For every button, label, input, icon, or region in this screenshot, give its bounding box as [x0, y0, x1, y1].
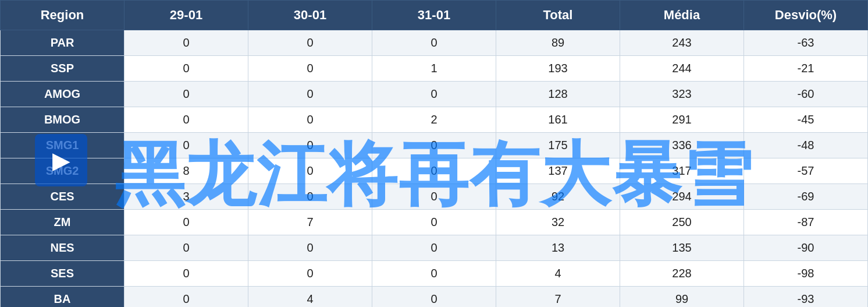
cell-value: 0: [248, 107, 372, 133]
cell-value: 3: [124, 184, 248, 210]
cell-value: 161: [496, 107, 620, 133]
cell-value: 294: [620, 184, 744, 210]
table-row: BA040799-93: [1, 287, 868, 308]
table-row: ZM07032250-87: [1, 210, 868, 235]
cell-value: 0: [372, 184, 496, 210]
cell-region: SES: [1, 261, 124, 287]
table-row: SMG2800137317-57: [1, 158, 868, 184]
cell-value: 0: [124, 30, 248, 56]
cell-region: SMG2: [1, 158, 124, 184]
cell-value: -57: [744, 158, 868, 184]
cell-value: 0: [248, 30, 372, 56]
table-row: PAR00089243-63: [1, 30, 868, 56]
cell-region: SSP: [1, 56, 124, 82]
cell-value: 291: [620, 107, 744, 133]
cell-value: 0: [124, 133, 248, 158]
col-header-region: Region: [1, 1, 124, 30]
cell-value: 228: [620, 261, 744, 287]
cell-value: 0: [372, 261, 496, 287]
cell-value: -45: [744, 107, 868, 133]
cell-value: -93: [744, 287, 868, 308]
cell-value: 13: [496, 235, 620, 261]
cell-region: NES: [1, 235, 124, 261]
cell-value: 128: [496, 82, 620, 107]
cell-value: 7: [496, 287, 620, 308]
cell-value: 0: [248, 235, 372, 261]
cell-value: 92: [496, 184, 620, 210]
cell-value: 8: [124, 158, 248, 184]
cell-value: 0: [124, 107, 248, 133]
cell-value: 250: [620, 210, 744, 235]
cell-value: 4: [248, 287, 372, 308]
cell-value: 0: [372, 82, 496, 107]
cell-value: -98: [744, 261, 868, 287]
table-container: Region 29-01 30-01 31-01 Total Média Des…: [0, 0, 868, 307]
cell-value: -63: [744, 30, 868, 56]
cell-value: 0: [248, 261, 372, 287]
cell-value: 0: [372, 133, 496, 158]
table-row: AMOG000128323-60: [1, 82, 868, 107]
cell-value: 0: [124, 261, 248, 287]
cell-region: PAR: [1, 30, 124, 56]
cell-value: 193: [496, 56, 620, 82]
cell-value: 0: [372, 30, 496, 56]
col-header-31-01: 31-01: [372, 1, 496, 30]
cell-value: 7: [248, 210, 372, 235]
cell-value: 0: [372, 210, 496, 235]
cell-value: 244: [620, 56, 744, 82]
cell-region: CES: [1, 184, 124, 210]
cell-value: 0: [124, 235, 248, 261]
cell-value: 1: [372, 56, 496, 82]
col-header-30-01: 30-01: [248, 1, 372, 30]
cell-value: 0: [248, 133, 372, 158]
cell-value: 323: [620, 82, 744, 107]
cell-value: 99: [620, 287, 744, 308]
col-header-desvio: Desvio(%): [744, 1, 868, 30]
table-row: SES0004228-98: [1, 261, 868, 287]
table-row: SSP001193244-21: [1, 56, 868, 82]
cell-value: 0: [124, 287, 248, 308]
table-header-row: Region 29-01 30-01 31-01 Total Média Des…: [1, 1, 868, 30]
cell-value: 0: [372, 287, 496, 308]
cell-value: 336: [620, 133, 744, 158]
cell-value: 0: [248, 82, 372, 107]
cell-value: 0: [124, 56, 248, 82]
cell-value: 0: [248, 158, 372, 184]
cell-region: BA: [1, 287, 124, 308]
cell-value: -90: [744, 235, 868, 261]
cell-value: 175: [496, 133, 620, 158]
cell-value: -60: [744, 82, 868, 107]
cell-region: SMG1: [1, 133, 124, 158]
table-row: NES00013135-90: [1, 235, 868, 261]
cell-value: 4: [496, 261, 620, 287]
cell-region: AMOG: [1, 82, 124, 107]
table-row: CES30092294-69: [1, 184, 868, 210]
cell-value: 2: [372, 107, 496, 133]
cell-region: ZM: [1, 210, 124, 235]
cell-value: 0: [372, 235, 496, 261]
cell-value: 0: [248, 56, 372, 82]
cell-region: BMOG: [1, 107, 124, 133]
cell-value: -48: [744, 133, 868, 158]
cell-value: 0: [248, 184, 372, 210]
data-table: Region 29-01 30-01 31-01 Total Média Des…: [0, 0, 868, 307]
cell-value: 243: [620, 30, 744, 56]
col-header-29-01: 29-01: [124, 1, 248, 30]
cell-value: 317: [620, 158, 744, 184]
col-header-total: Total: [496, 1, 620, 30]
cell-value: 32: [496, 210, 620, 235]
cell-value: 0: [372, 158, 496, 184]
col-header-media: Média: [620, 1, 744, 30]
cell-value: -87: [744, 210, 868, 235]
cell-value: 0: [124, 82, 248, 107]
cell-value: 135: [620, 235, 744, 261]
cell-value: 89: [496, 30, 620, 56]
cell-value: 0: [124, 210, 248, 235]
table-row: SMG1000175336-48: [1, 133, 868, 158]
cell-value: -69: [744, 184, 868, 210]
cell-value: -21: [744, 56, 868, 82]
cell-value: 137: [496, 158, 620, 184]
table-row: BMOG002161291-45: [1, 107, 868, 133]
